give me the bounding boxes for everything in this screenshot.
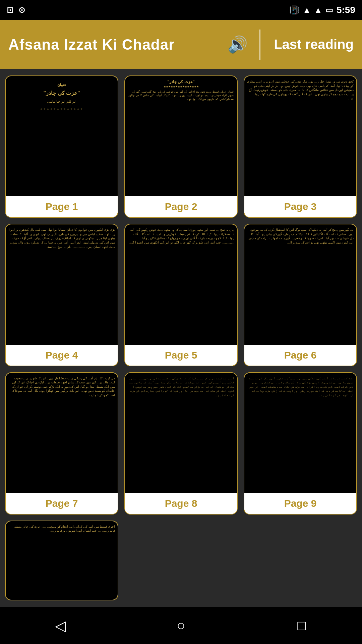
app-title: Afsana Izzat Ki Chadar (8, 36, 221, 53)
last-reading-button[interactable]: Last reading (267, 37, 354, 52)
home-button[interactable]: ○ (168, 612, 194, 639)
wifi-icon: ▲ (303, 5, 311, 15)
page-label-1: Page 1 (6, 196, 118, 217)
bottom-nav: ◁ ○ □ (0, 607, 362, 644)
vibrate-icon: 📳 (289, 5, 299, 15)
page-label-8: Page 8 (125, 493, 237, 514)
page-card-7[interactable]: دن گزرتے گئے اور آمنہ کی زندگی بہت خوشگو… (5, 372, 118, 515)
photo-icon: ⊡ (7, 5, 13, 15)
page-thumbnail-3: کچھ دنوں سے وہ بیمار چل رہے تھے۔ مگر بیٹ… (244, 76, 356, 196)
page-text-10: آخری قسط میں آمنہ کی کہانی اپنے انجام کو… (8, 525, 115, 596)
status-time: 5:59 (337, 5, 355, 15)
page-thumbnail-7: دن گزرتے گئے اور آمنہ کی زندگی بہت خوشگو… (6, 373, 118, 493)
page-card-4[interactable]: بڑی بڑی آنکھوں میں خوابوں کا جہان سمایا … (5, 224, 118, 366)
page-text-8: آمنہ نے اپنے دیور کو سمجھایا کہ خاندان ک… (128, 376, 234, 490)
sound-icon[interactable]: 🔊 (228, 35, 248, 54)
page-card-10[interactable]: آخری قسط میں آمنہ کی کہانی اپنے انجام کو… (5, 521, 118, 600)
battery-icon: ▭ (325, 5, 333, 15)
page-thumbnail-9: وقت کے ساتھ ساتھ آمنہ کی زندگی میں اور ب… (244, 373, 356, 493)
page-thumbnail-5: ہاں یہ سچ ہے ثمینہ اور مجھے پوری امید ہے… (125, 224, 237, 344)
page-grid: عنوان "عزت کی چادر" اثر قلم انر جیاعباسی… (0, 69, 362, 607)
page-thumbnail-8: آمنہ نے اپنے دیور کو سمجھایا کہ خاندان ک… (125, 373, 237, 493)
page-label-3: Page 3 (244, 196, 356, 217)
page-label-9: Page 9 (244, 493, 356, 514)
page-label-2: Page 2 (125, 196, 237, 217)
header-divider (259, 30, 260, 60)
page-text-9: وقت کے ساتھ ساتھ آمنہ کی زندگی میں اور ب… (247, 376, 354, 490)
page-card-8[interactable]: آمنہ نے اپنے دیور کو سمجھایا کہ خاندان ک… (124, 372, 238, 515)
recent-button[interactable]: □ (288, 612, 315, 639)
page-label-4: Page 4 (6, 345, 118, 366)
status-bar: ⊡ ⊙ 📳 ▲ ▲ ▭ 5:59 (0, 0, 362, 20)
page-thumbnail-2: "عزت کی چادر" ★★★★★★★★★★★★★★★ افسانہ (پہ… (125, 76, 237, 196)
page-card-9[interactable]: وقت کے ساتھ ساتھ آمنہ کی زندگی میں اور ب… (244, 372, 357, 515)
page-card-6[interactable]: نئے گھر میں پہنچ کر آمنہ نے دیکھا کہ سب … (244, 224, 357, 366)
signal-icon: ▲ (314, 5, 322, 15)
back-button[interactable]: ◁ (47, 612, 74, 639)
android-icon: ⊙ (18, 5, 25, 15)
page-thumbnail-4: بڑی بڑی آنکھوں میں خوابوں کا جہان سمایا … (6, 224, 118, 344)
page-label-5: Page 5 (125, 345, 237, 366)
page-thumbnail-10: آخری قسط میں آمنہ کی کہانی اپنے انجام کو… (6, 521, 118, 600)
page-card-3[interactable]: کچھ دنوں سے وہ بیمار چل رہے تھے۔ مگر بیٹ… (244, 75, 357, 218)
page-card-1[interactable]: عنوان "عزت کی چادر" اثر قلم انر جیاعباسی… (5, 75, 118, 218)
page-label-7: Page 7 (6, 493, 118, 514)
page-text-3: کچھ دنوں سے وہ بیمار چل رہے تھے۔ مگر بیٹ… (247, 79, 354, 193)
page-thumbnail-1: عنوان "عزت کی چادر" اثر قلم انر جیاعباسی… (6, 76, 118, 196)
status-left-icons: ⊡ ⊙ (7, 5, 25, 15)
page-card-2[interactable]: "عزت کی چادر" ★★★★★★★★★★★★★★★ افسانہ (پہ… (124, 75, 238, 218)
page-thumbnail-6: نئے گھر میں پہنچ کر آمنہ نے دیکھا کہ سب … (244, 224, 356, 344)
page-label-6: Page 6 (244, 345, 356, 366)
page-text-6: نئے گھر میں پہنچ کر آمنہ نے دیکھا کہ سب … (247, 228, 354, 341)
status-right-icons: 📳 ▲ ▲ ▭ 5:59 (289, 5, 355, 15)
page-card-5[interactable]: ہاں یہ سچ ہے ثمینہ اور مجھے پوری امید ہے… (124, 224, 238, 366)
page-text-2: افسانہ (پہلی قسط) بہت دنوں بعد آج اس کے … (128, 90, 234, 196)
page-text-5: ہاں یہ سچ ہے ثمینہ اور مجھے پوری امید ہے… (128, 228, 234, 341)
page-text-4: بڑی بڑی آنکھوں میں خوابوں کا جہان سمایا … (8, 228, 115, 341)
header: Afsana Izzat Ki Chadar 🔊 Last reading (0, 20, 362, 69)
page-text-7: دن گزرتے گئے اور آمنہ کی زندگی بہت خوشگو… (8, 376, 115, 490)
